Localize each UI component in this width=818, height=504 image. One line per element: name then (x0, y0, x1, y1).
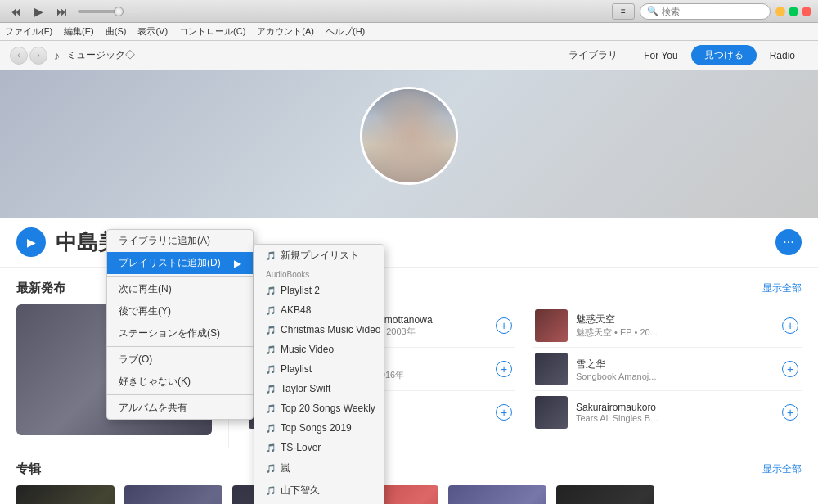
ctx-playlist-akb48[interactable]: 🎵 AKB48 (254, 300, 384, 320)
volume-thumb[interactable] (114, 7, 124, 16)
ctx-playlist-ts-lover[interactable]: 🎵 TS-Lover (254, 438, 384, 457)
playlist-icon: 🎵 (266, 443, 276, 452)
menu-account[interactable]: アカウント(A) (257, 25, 314, 38)
menu-view[interactable]: 表示(V) (137, 25, 168, 38)
playlist-icon: 🎵 (266, 464, 276, 473)
window-controls (775, 7, 811, 16)
ctx-playlist-playlist[interactable]: 🎵 Playlist (254, 359, 384, 379)
volume-slider[interactable] (78, 10, 143, 13)
tab-library[interactable]: ライブラリ (555, 45, 631, 65)
menu-song[interactable]: 曲(S) (106, 25, 127, 38)
playlist-icon: 🎵 (266, 345, 276, 354)
playlist-icon: 🎵 (266, 424, 276, 433)
tab-discover[interactable]: 見つける (691, 45, 757, 65)
ctx-audiobooks-header: AudioBooks (254, 267, 384, 281)
play-button[interactable]: ▶ (31, 3, 47, 20)
menu-help[interactable]: ヘルプ(H) (326, 25, 365, 38)
album-cover[interactable] (16, 485, 115, 504)
ctx-share-album[interactable]: アルバムを共有 (107, 397, 253, 419)
song-title: Sakurairomaukoro (576, 402, 774, 413)
ctx-play-next[interactable]: 次に再生(N) (107, 278, 253, 300)
ctx-play-later[interactable]: 後で再生(Y) (107, 300, 253, 322)
ctx-dislike[interactable]: 好きじゃない(K) (107, 371, 253, 393)
forward-button[interactable]: ⏭ (53, 3, 71, 20)
table-row: 雪之华 Songbook Amanoj... + (532, 348, 802, 391)
song-info: Sakurairomaukoro Tears All Singles B... (576, 402, 774, 423)
tab-for-you[interactable]: For You (631, 45, 690, 65)
context-menu-primary[interactable]: ライブラリに追加(A) プレイリストに追加(D) ▶ 次に再生(N) 後で再生(… (106, 229, 254, 420)
song-info: 魅惑天空 魅惑天空 • EP • 20... (576, 313, 774, 339)
ctx-playlist-music-video[interactable]: 🎵 Music Video (254, 340, 384, 359)
list-item: THE END (556, 485, 654, 504)
menu-file[interactable]: ファイル(F) (5, 25, 52, 38)
song-add-button[interactable]: + (496, 404, 512, 421)
nav-bar: ‹ › ♪ ミュージック◇ ライブラリ For You 見つける Radio (0, 41, 818, 70)
artist-avatar-image (362, 89, 456, 182)
albums-show-all[interactable]: 显示全部 (762, 462, 802, 476)
ctx-playlist-taylor[interactable]: 🎵 Taylor Swift (254, 379, 384, 398)
song-add-button[interactable]: + (782, 361, 798, 377)
title-bar: ⏮ ▶ ⏭ ≡ 🔍 (0, 0, 818, 23)
playlist-icon: 🎵 (266, 306, 276, 315)
back-arrow[interactable]: ‹ (10, 47, 28, 65)
album-grid: PORTRAIT~Piano&Voice~ ROOTS ~Piano&Voice… (16, 485, 802, 504)
song-thumbnail (535, 396, 568, 429)
ctx-add-playlist[interactable]: プレイリストに追加(D) ▶ (107, 252, 253, 274)
music-icon: ♪ (54, 49, 60, 62)
playlist-icon: 🎵 (266, 404, 276, 413)
nav-tabs: ライブラリ For You 見つける Radio (555, 45, 808, 65)
search-input[interactable] (662, 7, 760, 16)
song-add-button[interactable]: + (782, 404, 798, 421)
song-add-button[interactable]: + (782, 317, 798, 334)
ctx-separator (107, 346, 253, 347)
ctx-love[interactable]: ラブ(O) (107, 349, 253, 371)
play-artist-button[interactable]: ▶ (16, 227, 46, 257)
album-cover[interactable] (448, 485, 546, 504)
list-item: ROOTS ~Piano&Voice~ (124, 485, 222, 504)
playlist-icon: 🎵 (266, 385, 276, 394)
ctx-playlist-top2019[interactable]: 🎵 Top Songs 2019 (254, 418, 384, 438)
maximize-button[interactable] (789, 7, 798, 16)
context-menu-playlist[interactable]: 🎵 新規プレイリスト AudioBooks 🎵 Playlist 2 🎵 AKB… (254, 244, 384, 504)
ctx-playlist-playlist2[interactable]: 🎵 Playlist 2 (254, 281, 384, 300)
song-thumbnail (535, 309, 568, 342)
title-bar-right: ≡ 🔍 (612, 3, 811, 20)
ctx-playlist-yamashita[interactable]: 🎵 山下智久 (254, 479, 384, 502)
song-add-button[interactable]: + (496, 317, 512, 334)
song-list-right: 魅惑天空 魅惑天空 • EP • 20... + 雪之华 Songbook Am… (532, 304, 802, 434)
menu-controls[interactable]: コントロール(C) (179, 25, 245, 38)
ctx-separator (107, 394, 253, 395)
search-box: 🔍 (640, 3, 771, 20)
ctx-playlist-arashi[interactable]: 🎵 嵐 (254, 457, 384, 479)
forward-arrow[interactable]: › (29, 47, 47, 65)
close-button[interactable] (802, 7, 811, 16)
ctx-new-playlist[interactable]: 🎵 新規プレイリスト (254, 245, 384, 267)
song-info: 雪之华 Songbook Amanoj... (576, 358, 774, 381)
ctx-add-library[interactable]: ライブラリに追加(A) (107, 230, 253, 252)
minimize-button[interactable] (775, 7, 785, 16)
albums-title: 专辑 (16, 461, 41, 477)
song-add-button[interactable]: + (496, 361, 512, 377)
song-ranking-show-all[interactable]: 显示全部 (762, 281, 802, 295)
latest-release-title: 最新発布 (16, 281, 65, 296)
submenu-arrow-icon: ▶ (234, 258, 241, 269)
ctx-create-station[interactable]: ステーションを作成(S) (107, 322, 253, 344)
playlist-icon: 🎵 (266, 326, 276, 335)
album-cover[interactable] (124, 485, 222, 504)
title-bar-left: ⏮ ▶ ⏭ (7, 3, 143, 20)
playlist-icon: 🎵 (266, 286, 276, 295)
ctx-separator (107, 276, 253, 277)
ctx-playlist-top20[interactable]: 🎵 Top 20 Songs Weekly (254, 398, 384, 418)
breadcrumb: ミュージック◇ (66, 48, 135, 62)
menu-icon-button[interactable]: ≡ (612, 3, 635, 20)
list-item: PORTRAIT~Piano&Voice~ (16, 485, 115, 504)
artist-avatar (360, 87, 458, 185)
tab-radio[interactable]: Radio (757, 45, 808, 65)
album-cover[interactable] (556, 485, 654, 504)
artist-header (0, 70, 818, 218)
menu-edit[interactable]: 編集(E) (64, 25, 94, 38)
new-playlist-icon: 🎵 (266, 251, 276, 260)
rewind-button[interactable]: ⏮ (7, 3, 25, 20)
more-options-button[interactable]: ··· (775, 229, 802, 255)
ctx-playlist-christmas[interactable]: 🎵 Christmas Music Video (254, 320, 384, 340)
